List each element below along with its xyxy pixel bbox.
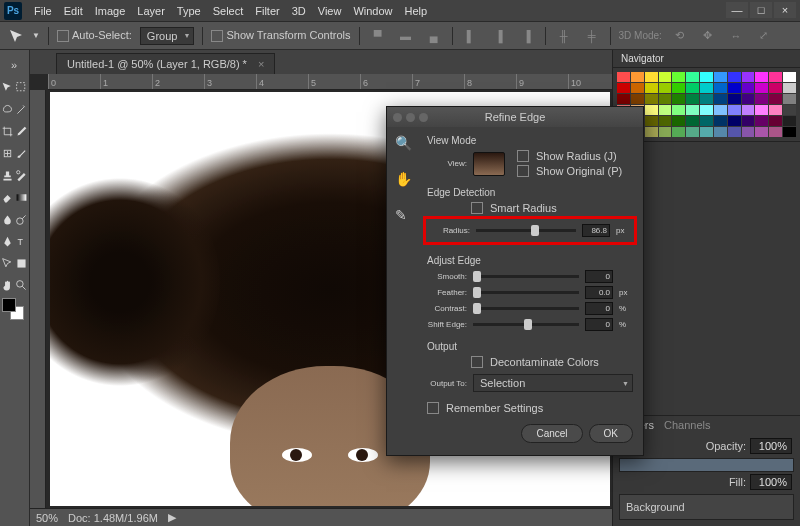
color-swatch[interactable] [728,105,741,115]
color-swatch[interactable] [714,94,727,104]
color-swatch[interactable] [728,127,741,137]
color-swatch[interactable] [631,72,644,82]
window-maximize-button[interactable]: □ [750,2,772,18]
3d-pan-icon[interactable]: ✥ [698,26,718,46]
background-layer[interactable]: Background [619,494,794,520]
shape-tool[interactable] [14,252,28,274]
remember-settings-checkbox[interactable]: Remember Settings [427,402,633,414]
fill-value[interactable]: 100% [750,474,792,490]
color-swatch[interactable] [659,105,672,115]
menu-select[interactable]: Select [207,5,250,17]
refine-brush-icon[interactable]: ✎ [395,207,412,223]
color-swatch[interactable] [700,105,713,115]
dodge-tool[interactable] [14,208,28,230]
color-swatch[interactable] [755,94,768,104]
color-swatch[interactable] [728,83,741,93]
heal-tool[interactable] [0,142,14,164]
blur-tool[interactable] [0,208,14,230]
color-swatch[interactable] [742,83,755,93]
color-swatch[interactable] [700,127,713,137]
color-swatch[interactable] [769,127,782,137]
color-swatch[interactable] [700,83,713,93]
arrow-down-icon[interactable]: ▼ [32,31,40,40]
align-right-icon[interactable]: ▐ [517,26,537,46]
window-close-button[interactable]: × [774,2,796,18]
color-swatch[interactable] [686,116,699,126]
color-swatch[interactable] [783,94,796,104]
color-swatch[interactable] [672,116,685,126]
distribute-h-icon[interactable]: ╫ [554,26,574,46]
color-swatch[interactable] [686,127,699,137]
wand-tool[interactable] [14,98,28,120]
color-swatch[interactable] [645,127,658,137]
3d-scale-icon[interactable]: ⤢ [754,26,774,46]
decontaminate-checkbox[interactable]: Decontaminate Colors [471,356,633,368]
move-tool[interactable] [0,76,14,98]
color-swatch[interactable] [769,105,782,115]
status-arrow-icon[interactable]: ▶ [168,511,176,524]
ok-button[interactable]: OK [589,424,633,443]
auto-select-checkbox[interactable]: Auto-Select: [57,29,132,42]
color-swatch[interactable] [686,72,699,82]
traffic-light-icons[interactable] [393,113,428,122]
color-swatch[interactable] [783,116,796,126]
menu-3d[interactable]: 3D [286,5,312,17]
contrast-slider[interactable] [473,307,579,310]
layer-item[interactable] [619,458,794,472]
contrast-value[interactable]: 0 [585,302,613,315]
smooth-slider[interactable] [473,275,579,278]
align-center-icon[interactable]: ▐ [489,26,509,46]
gradient-tool[interactable] [14,186,28,208]
feather-value[interactable]: 0.0 [585,286,613,299]
color-swatch[interactable] [659,116,672,126]
color-swatch[interactable] [659,127,672,137]
color-swatch[interactable] [686,105,699,115]
color-swatch[interactable] [755,83,768,93]
radius-value[interactable]: 86.8 [582,224,610,237]
close-tab-icon[interactable]: × [258,58,264,70]
color-swatch[interactable] [783,105,796,115]
color-swatch[interactable] [700,72,713,82]
color-swatch[interactable] [742,127,755,137]
smooth-value[interactable]: 0 [585,270,613,283]
color-swatch[interactable] [645,83,658,93]
color-swatch[interactable] [742,116,755,126]
color-swatch[interactable] [769,116,782,126]
color-swatch[interactable] [783,127,796,137]
shift-edge-value[interactable]: 0 [585,318,613,331]
show-transform-checkbox[interactable]: Show Transform Controls [211,29,350,42]
color-swatch-control[interactable] [0,296,29,324]
zoom-tool[interactable] [14,274,28,296]
align-top-icon[interactable]: ▀ [368,26,388,46]
color-swatch[interactable] [672,94,685,104]
color-swatch[interactable] [659,94,672,104]
feather-slider[interactable] [473,291,579,294]
color-swatch[interactable] [769,94,782,104]
align-bottom-icon[interactable]: ▄ [424,26,444,46]
radius-slider[interactable] [476,229,576,232]
color-swatch[interactable] [783,83,796,93]
color-swatch[interactable] [769,72,782,82]
color-swatch[interactable] [617,83,630,93]
pen-tool[interactable] [0,230,14,252]
color-swatch[interactable] [714,72,727,82]
color-swatch[interactable] [714,105,727,115]
output-to-dropdown[interactable]: Selection [473,374,633,392]
menu-type[interactable]: Type [171,5,207,17]
menu-window[interactable]: Window [347,5,398,17]
zoom-tool-icon[interactable]: 🔍 [395,135,412,151]
dialog-titlebar[interactable]: Refine Edge [387,107,643,127]
color-swatch[interactable] [659,83,672,93]
view-thumbnail[interactable] [473,152,505,176]
hand-tool[interactable] [0,274,14,296]
color-swatch[interactable] [714,83,727,93]
stamp-tool[interactable] [0,164,14,186]
color-swatch[interactable] [742,94,755,104]
color-swatch[interactable] [755,127,768,137]
color-swatch[interactable] [672,127,685,137]
window-minimize-button[interactable]: — [726,2,748,18]
tab-handle-icon[interactable]: » [0,54,28,76]
color-swatch[interactable] [659,72,672,82]
channels-tab[interactable]: Channels [664,419,710,431]
color-swatch[interactable] [742,105,755,115]
